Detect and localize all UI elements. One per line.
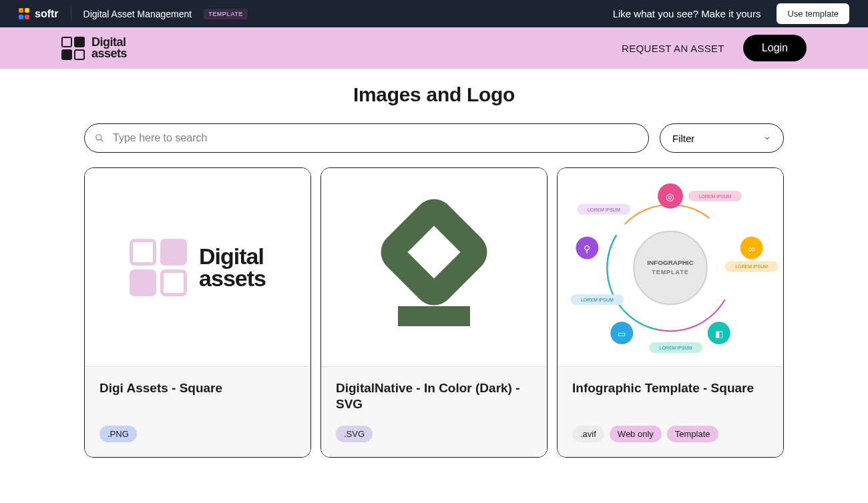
- svg-point-5: [634, 231, 707, 305]
- filter-button[interactable]: Filter: [660, 123, 784, 153]
- app-logo-text: Digital assets: [91, 37, 127, 59]
- app-logo[interactable]: Digital assets: [61, 37, 127, 60]
- filter-label: Filter: [672, 133, 694, 144]
- cards-grid: Digital assets Digi Assets - Square .PNG…: [0, 167, 868, 478]
- tag: .PNG: [99, 426, 137, 442]
- svg-text:INFOGRAPHIC: INFOGRAPHIC: [647, 260, 694, 267]
- card-image: [321, 168, 547, 367]
- card-body: DigitalNative - In Color (Dark) - SVG .S…: [321, 367, 547, 457]
- card-image: INFOGRAPHIC TEMPLATE ◎ ⚲ ∞ ▭ ◧ LOREM IPS…: [558, 168, 783, 367]
- svg-text:LOREM IPSUM: LOREM IPSUM: [581, 298, 614, 302]
- svg-text:LOREM IPSUM: LOREM IPSUM: [735, 264, 768, 269]
- page-title: Images and Logo: [0, 83, 868, 106]
- search-icon: [95, 133, 104, 143]
- svg-text:TEMPLATE: TEMPLATE: [652, 269, 689, 276]
- card-title: Digi Assets - Square: [99, 380, 296, 414]
- svg-text:LOREM IPSUM: LOREM IPSUM: [698, 194, 731, 199]
- app-navbar: Digital assets REQUEST AN ASSET Login: [0, 27, 868, 69]
- divider: [71, 7, 71, 21]
- svg-text:◧: ◧: [715, 329, 723, 339]
- tag: .SVG: [336, 426, 373, 442]
- softr-logo[interactable]: softr: [19, 8, 59, 20]
- image-text-line1: Digital: [199, 245, 266, 267]
- topbar-right: Like what you see? Make it yours Use tem…: [613, 3, 849, 24]
- svg-text:LOREM IPSUM: LOREM IPSUM: [588, 207, 620, 212]
- app-logo-icon: [61, 37, 85, 60]
- logo-line2: assets: [91, 48, 127, 59]
- tag: .avif: [572, 426, 604, 442]
- template-badge: TEMPLATE: [204, 9, 248, 19]
- card-title: Infographic Template - Square: [572, 380, 769, 414]
- card-body: Digi Assets - Square .PNG: [85, 367, 310, 457]
- card-tags: .avif Web only Template: [572, 426, 769, 442]
- chevron-down-icon: [763, 134, 771, 142]
- svg-text:LOREM IPSUM: LOREM IPSUM: [660, 346, 692, 350]
- svg-text:▭: ▭: [618, 329, 626, 339]
- request-asset-link[interactable]: REQUEST AN ASSET: [622, 43, 724, 54]
- svg-text:◎: ◎: [666, 191, 675, 202]
- topbar-title: Digital Asset Management: [83, 9, 192, 19]
- softr-logo-icon: [19, 8, 31, 20]
- digi-assets-logo-image: Digital assets: [130, 239, 266, 296]
- card-title: DigitalNative - In Color (Dark) - SVG: [336, 380, 532, 414]
- image-text-line2: assets: [199, 268, 266, 289]
- softr-brand-text: softr: [35, 8, 59, 20]
- use-template-button[interactable]: Use template: [777, 3, 849, 24]
- svg-line-1: [101, 139, 103, 142]
- card-tags: .SVG: [336, 426, 532, 442]
- topbar-tagline: Like what you see? Make it yours: [613, 8, 761, 19]
- asset-card[interactable]: Digital assets Digi Assets - Square .PNG: [84, 167, 311, 458]
- svg-text:∞: ∞: [748, 243, 755, 254]
- topbar-left: softr Digital Asset Management TEMPLATE: [19, 7, 248, 21]
- asset-card[interactable]: DigitalNative - In Color (Dark) - SVG .S…: [320, 167, 548, 458]
- login-button[interactable]: Login: [743, 35, 807, 61]
- card-tags: .PNG: [99, 426, 296, 442]
- infographic-image: INFOGRAPHIC TEMPLATE ◎ ⚲ ∞ ▭ ◧ LOREM IPS…: [558, 168, 783, 366]
- search-wrapper: [84, 123, 649, 153]
- asset-card[interactable]: INFOGRAPHIC TEMPLATE ◎ ⚲ ∞ ▭ ◧ LOREM IPS…: [557, 167, 784, 458]
- controls-row: Filter: [0, 123, 868, 153]
- tag: Web only: [610, 426, 662, 442]
- digitalnative-logo-image: [391, 209, 477, 326]
- svg-point-0: [96, 135, 101, 140]
- card-image: Digital assets: [85, 168, 310, 367]
- card-body: Infographic Template - Square .avif Web …: [558, 367, 783, 457]
- tag: Template: [667, 426, 718, 442]
- nav-right: REQUEST AN ASSET Login: [622, 35, 807, 61]
- search-input[interactable]: [84, 123, 649, 153]
- svg-text:⚲: ⚲: [584, 243, 590, 254]
- softr-topbar: softr Digital Asset Management TEMPLATE …: [0, 0, 868, 27]
